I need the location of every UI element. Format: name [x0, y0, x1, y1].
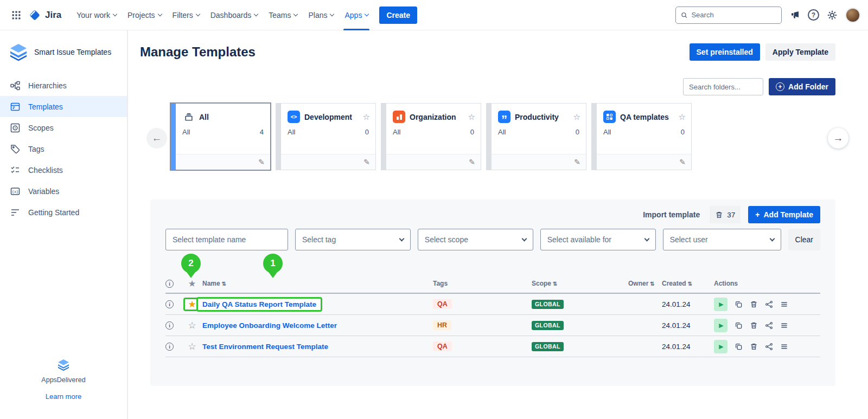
template-name-link[interactable]: Daily QA Status Report Template — [202, 300, 316, 308]
menu-icon[interactable] — [780, 321, 788, 330]
sidebar-item-getting-started[interactable]: Getting Started — [0, 202, 127, 223]
star-icon[interactable]: ★ — [189, 280, 196, 287]
user-filter-select[interactable]: Select user — [663, 229, 781, 250]
info-icon[interactable]: i — [165, 343, 174, 351]
table-row: i ☆ Test Environment Request Template QA… — [165, 336, 820, 357]
share-icon[interactable] — [765, 321, 773, 330]
add-folder-button[interactable]: + Add Folder — [769, 78, 835, 95]
pencil-icon[interactable]: ✎ — [574, 158, 580, 166]
available-for-filter-select[interactable]: Select available for — [540, 229, 656, 250]
carousel-left-arrow[interactable]: ← — [146, 128, 167, 149]
annotation-box-name: Daily QA Status Report Template — [196, 297, 322, 312]
jira-logo[interactable]: Jira — [28, 9, 61, 22]
trash-bin-button[interactable]: 37 — [710, 206, 741, 223]
nav-item-projects[interactable]: Projects — [122, 0, 167, 30]
app-title: Smart Issue Templates — [34, 48, 111, 56]
star-icon[interactable]: ☆ — [468, 112, 475, 122]
share-icon[interactable] — [765, 300, 773, 308]
chevron-down-icon — [399, 236, 404, 241]
play-icon[interactable]: ▶ — [714, 298, 727, 311]
star-icon[interactable]: ☆ — [188, 321, 196, 330]
nav-item-dashboards[interactable]: Dashboards — [205, 0, 264, 30]
create-button[interactable]: Create — [379, 7, 417, 24]
info-icon[interactable]: i — [165, 321, 174, 330]
star-icon[interactable]: ☆ — [573, 112, 580, 122]
table-row: i ★ Daily QA Status Report Template QA G… — [165, 294, 820, 315]
user-avatar[interactable] — [845, 8, 860, 23]
table-header-row: i ★ Name⇅ Tags Scope⇅ Owner⇅ Created⇅ Ac… — [165, 274, 820, 294]
pencil-icon[interactable]: ✎ — [679, 158, 686, 166]
folder-search-input[interactable] — [683, 78, 763, 95]
copy-icon[interactable] — [735, 343, 743, 351]
template-name-link[interactable]: Test Environment Request Template — [202, 343, 328, 351]
annotation-marker-2: 2 — [181, 254, 201, 273]
plus-icon: + — [776, 82, 784, 91]
column-header-name[interactable]: Name⇅ — [202, 280, 433, 287]
play-icon[interactable]: ▶ — [714, 319, 727, 332]
nav-item-filters[interactable]: Filters — [167, 0, 205, 30]
sidebar-item-tags[interactable]: Tags — [0, 138, 127, 159]
favorite-star-icon[interactable]: ★ — [188, 300, 196, 309]
menu-icon[interactable] — [780, 300, 788, 308]
scope-filter-select[interactable]: Select scope — [418, 229, 533, 250]
folder-card-productivity[interactable]: ” Productivity ☆ All 0 ✎ — [486, 103, 586, 170]
copy-icon[interactable] — [735, 300, 743, 308]
folder-card-organization[interactable]: Organization ☆ All 0 ✎ — [381, 103, 481, 170]
clear-filters-button[interactable]: Clear — [788, 229, 820, 250]
sort-icon: ⇅ — [688, 281, 692, 287]
help-icon[interactable]: ? — [808, 9, 819, 21]
trash-icon[interactable] — [750, 343, 758, 351]
info-icon[interactable]: i — [165, 300, 174, 308]
nav-item-teams[interactable]: Teams — [263, 0, 303, 30]
nav-item-your-work[interactable]: Your work — [71, 0, 122, 30]
folder-card-qa-templates[interactable]: QA templates ☆ All 0 ✎ — [591, 103, 692, 170]
star-icon[interactable]: ☆ — [363, 112, 370, 122]
pencil-icon[interactable]: ✎ — [363, 158, 370, 166]
tag-filter-select[interactable]: Select tag — [295, 229, 411, 250]
column-header-owner[interactable]: Owner⇅ — [628, 280, 662, 287]
search-input[interactable] — [691, 11, 776, 19]
carousel-right-arrow[interactable]: → — [828, 128, 848, 149]
trash-icon[interactable] — [750, 300, 758, 308]
learn-more-link[interactable]: Learn more — [46, 392, 81, 401]
apply-template-button[interactable]: Apply Template — [765, 43, 835, 61]
column-header-created[interactable]: Created⇅ — [662, 280, 714, 287]
import-template-button[interactable]: Import template — [643, 210, 700, 219]
copy-icon[interactable] — [735, 321, 743, 330]
getting-started-icon — [10, 207, 21, 218]
play-icon[interactable]: ▶ — [714, 340, 727, 353]
sidebar: Smart Issue Templates Hierarchies Templa… — [0, 30, 128, 419]
variables-icon: {x} — [10, 186, 21, 197]
template-filters: Select tag Select scope Select available… — [165, 229, 820, 250]
set-preinstalled-button[interactable]: Set preinstalled — [690, 43, 760, 61]
menu-icon[interactable] — [780, 343, 788, 351]
folder-card-development[interactable]: <> Development ☆ All 0 ✎ — [276, 103, 376, 170]
global-search[interactable] — [675, 7, 782, 24]
info-icon[interactable]: i — [165, 280, 174, 288]
templates-icon — [10, 101, 21, 112]
nav-item-apps[interactable]: Apps — [339, 0, 374, 30]
pencil-icon[interactable]: ✎ — [258, 158, 265, 166]
sidebar-item-hierarchies[interactable]: Hierarchies — [0, 75, 127, 96]
folder-card-all[interactable]: All All 4 ✎ — [170, 103, 271, 170]
template-name-link[interactable]: Employee Onboarding Welcome Letter — [202, 321, 337, 330]
nav-item-plans[interactable]: Plans — [303, 0, 339, 30]
app-switcher-icon[interactable] — [8, 7, 25, 24]
megaphone-icon[interactable] — [789, 10, 800, 21]
template-name-filter-input[interactable] — [165, 229, 288, 250]
trash-count: 37 — [727, 211, 735, 219]
column-header-scope[interactable]: Scope⇅ — [532, 280, 628, 287]
add-template-button[interactable]: + Add Template — [748, 206, 820, 223]
sidebar-item-scopes[interactable]: Scopes — [0, 117, 127, 138]
trash-icon[interactable] — [750, 321, 758, 330]
sidebar-item-checklists[interactable]: Checklists — [0, 159, 127, 181]
folder-scope-label: All — [182, 128, 190, 136]
star-icon[interactable]: ☆ — [679, 112, 686, 122]
star-icon[interactable]: ☆ — [188, 342, 196, 351]
tag-badge: QA — [433, 299, 452, 309]
sidebar-item-templates[interactable]: Templates — [0, 96, 127, 117]
gear-icon[interactable] — [827, 10, 838, 21]
sidebar-item-variables[interactable]: {x} Variables — [0, 181, 127, 202]
pencil-icon[interactable]: ✎ — [469, 158, 475, 166]
share-icon[interactable] — [765, 343, 773, 351]
